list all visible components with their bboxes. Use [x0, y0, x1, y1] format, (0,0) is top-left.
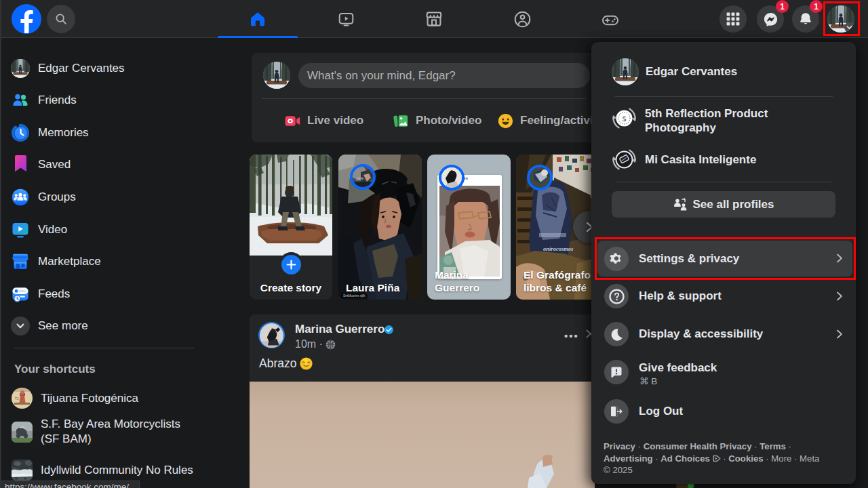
svg-text:onirocosmos: onirocosmos — [543, 245, 574, 252]
svg-text:5: 5 — [623, 115, 627, 123]
svg-text:TJ: TJ — [15, 396, 19, 401]
